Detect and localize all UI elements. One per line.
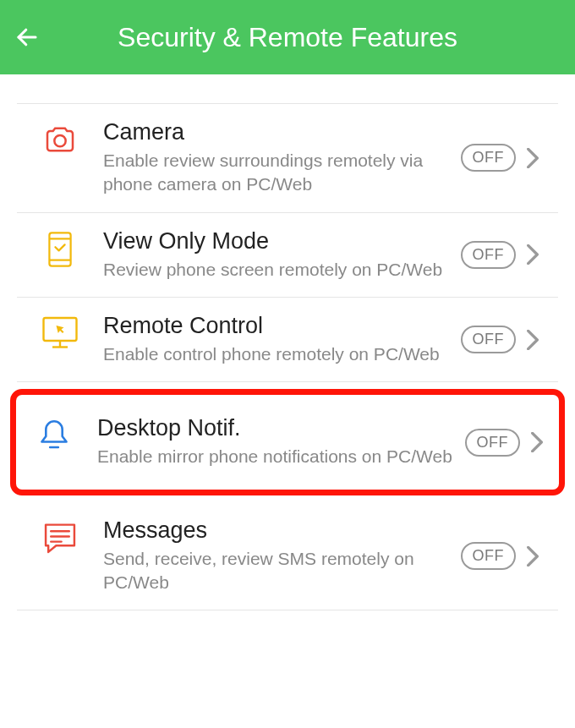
row-right: OFF bbox=[461, 326, 542, 353]
row-messages[interactable]: Messages Send, receive, review SMS remot… bbox=[17, 502, 558, 611]
partial-row bbox=[17, 74, 558, 104]
row-content: Desktop Notif. Enable mirror phone notif… bbox=[97, 415, 465, 468]
row-title: Remote Control bbox=[103, 313, 454, 339]
row-remote-control[interactable]: Remote Control Enable control phone remo… bbox=[17, 298, 558, 382]
row-right: OFF bbox=[461, 144, 542, 172]
row-desc: Enable control phone remotely on PC/Web bbox=[103, 342, 454, 366]
bell-icon bbox=[36, 419, 72, 454]
phone-view-icon bbox=[42, 232, 78, 267]
row-desc: Send, receive, review SMS remotely on PC… bbox=[103, 547, 454, 595]
row-desc: Enable mirror phone notifications on PC/… bbox=[97, 445, 458, 468]
row-content: Camera Enable review surroundings remote… bbox=[103, 119, 461, 197]
toggle-state[interactable]: OFF bbox=[461, 326, 517, 353]
row-desc: Review phone screen remotely on PC/Web bbox=[103, 258, 454, 282]
row-right: OFF bbox=[461, 542, 542, 570]
back-icon[interactable] bbox=[14, 24, 41, 51]
svg-point-1 bbox=[54, 135, 65, 146]
row-content: Remote Control Enable control phone remo… bbox=[103, 313, 461, 366]
toggle-state[interactable]: OFF bbox=[465, 429, 521, 457]
chevron-right-icon bbox=[524, 242, 541, 267]
toggle-state[interactable]: OFF bbox=[461, 144, 517, 172]
page-title: Security & Remote Features bbox=[118, 22, 457, 53]
row-right: OFF bbox=[465, 429, 546, 457]
chevron-right-icon bbox=[524, 544, 541, 569]
row-view-only-mode[interactable]: View Only Mode Review phone screen remot… bbox=[17, 213, 558, 298]
toggle-state[interactable]: OFF bbox=[461, 542, 517, 570]
chevron-right-icon bbox=[524, 327, 541, 353]
header: Security & Remote Features bbox=[0, 0, 575, 74]
message-icon bbox=[42, 521, 78, 556]
row-right: OFF bbox=[461, 241, 542, 269]
monitor-cursor-icon bbox=[42, 316, 78, 352]
chevron-right-icon bbox=[524, 145, 541, 171]
row-title: Camera bbox=[103, 119, 454, 145]
row-title: Messages bbox=[103, 517, 454, 544]
row-content: Messages Send, receive, review SMS remot… bbox=[103, 517, 461, 595]
settings-list: Camera Enable review surroundings remote… bbox=[0, 74, 575, 610]
camera-icon bbox=[42, 123, 78, 158]
row-camera[interactable]: Camera Enable review surroundings remote… bbox=[17, 104, 558, 213]
row-title: Desktop Notif. bbox=[97, 415, 458, 441]
row-content: View Only Mode Review phone screen remot… bbox=[103, 228, 461, 282]
toggle-state[interactable]: OFF bbox=[461, 241, 517, 269]
row-desktop-notif[interactable]: Desktop Notif. Enable mirror phone notif… bbox=[10, 389, 565, 495]
row-title: View Only Mode bbox=[103, 228, 454, 255]
chevron-right-icon bbox=[528, 430, 545, 455]
row-desc: Enable review surroundings remotely via … bbox=[103, 149, 454, 197]
